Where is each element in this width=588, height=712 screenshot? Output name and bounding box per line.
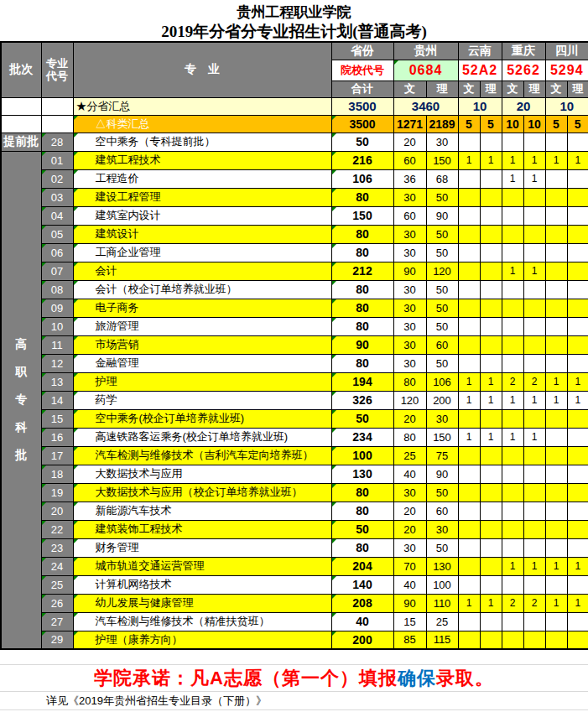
value-cell: 1 (458, 428, 480, 446)
value-cell: 50 (426, 299, 458, 317)
value-cell (545, 631, 567, 649)
header-college-code-label: 院校代号 (331, 60, 393, 81)
promise-text-blue: 确保 (398, 666, 436, 691)
value-cell (458, 188, 480, 206)
value-cell (480, 133, 502, 151)
plan-row: 07会计2129012011 (1, 262, 588, 280)
header-li: 理 (567, 81, 588, 97)
value-cell (480, 299, 502, 317)
major-name-cell: 会计（校企订单培养就业班） (73, 280, 331, 299)
value-cell (567, 225, 588, 243)
total-cell: 106 (331, 169, 393, 188)
college-code-chongqing: 5262 (502, 60, 545, 81)
value-cell (523, 409, 545, 428)
total-cell: 40 (331, 612, 393, 631)
value-cell: 90 (426, 465, 458, 483)
promise-text-red: 学院承诺：凡A志愿（第一个）填报 (94, 666, 398, 691)
total-cell: 234 (331, 428, 393, 446)
page-title: 贵州工程职业学院 2019年分省分专业招生计划(普通高考) (0, 0, 588, 41)
college-code-yunnan: 52A2 (458, 60, 502, 81)
plan-row: 提前批28空中乘务（专科提前批）502030 (1, 133, 588, 151)
summary-value-cell: 5 (567, 115, 588, 133)
plan-row: 26幼儿发展与健康管理20890110112211 (1, 594, 588, 612)
plan-row: 02工程造价106366811 (1, 169, 588, 188)
value-cell: 150 (426, 151, 458, 169)
value-cell (480, 612, 502, 631)
value-cell (480, 188, 502, 206)
value-cell: 80 (393, 428, 426, 446)
value-cell (545, 612, 567, 631)
total-cell: 208 (331, 594, 393, 612)
major-name-cell: 市场营销 (73, 335, 331, 354)
summary-total-cell: 3500 (331, 97, 393, 115)
total-cell: 212 (331, 262, 393, 280)
value-cell (567, 428, 588, 446)
major-code-cell: 18 (41, 465, 73, 483)
plan-row: 29护理（康养方向）20085115 (1, 631, 588, 649)
value-cell (458, 225, 480, 243)
value-cell (545, 502, 567, 520)
value-cell (567, 133, 588, 151)
value-cell: 1 (545, 391, 567, 409)
header-batch: 批次 (1, 42, 41, 97)
value-cell (523, 483, 545, 502)
value-cell (458, 169, 480, 188)
value-cell (502, 188, 523, 206)
value-cell (567, 262, 588, 280)
total-cell: 80 (331, 538, 393, 557)
value-cell: 1 (458, 372, 480, 391)
total-cell: 80 (331, 225, 393, 243)
value-cell: 1 (523, 391, 545, 409)
major-code-cell: 20 (41, 502, 73, 520)
value-cell (458, 502, 480, 520)
value-cell (567, 299, 588, 317)
empty-cell (1, 97, 41, 115)
value-cell (567, 575, 588, 594)
value-cell: 1 (545, 372, 567, 391)
value-cell: 1 (567, 594, 588, 612)
major-name-cell: 药学 (73, 391, 331, 409)
value-cell (502, 299, 523, 317)
value-cell (458, 206, 480, 225)
major-code-cell: 01 (41, 151, 73, 169)
value-cell: 1 (502, 151, 523, 169)
value-cell (523, 225, 545, 243)
value-cell: 1 (458, 391, 480, 409)
value-cell (480, 317, 502, 335)
header-wen: 文 (393, 81, 426, 97)
major-name-cell: 护理（康养方向） (73, 631, 331, 649)
total-cell: 150 (331, 206, 393, 225)
header-wen: 文 (502, 81, 523, 97)
value-cell (545, 243, 567, 262)
plan-row: 15空中乘务(校企订单培养就业班)502030 (1, 409, 588, 428)
value-cell (567, 483, 588, 502)
value-cell (502, 520, 523, 538)
value-cell: 25 (426, 612, 458, 631)
value-cell (502, 206, 523, 225)
total-cell: 80 (331, 280, 393, 299)
value-cell: 75 (426, 446, 458, 465)
major-name-cell: 旅游管理 (73, 317, 331, 335)
batch-cell: 高 职 专 科 批 (1, 151, 41, 649)
value-cell: 1 (502, 169, 523, 188)
value-cell (567, 520, 588, 538)
value-cell: 30 (393, 299, 426, 317)
value-cell: 200 (426, 391, 458, 409)
major-name-cell: 工商企业管理 (73, 243, 331, 262)
value-cell (480, 631, 502, 649)
value-cell (523, 575, 545, 594)
value-cell: 40 (393, 465, 426, 483)
major-name-cell: 计算机网络技术 (73, 575, 331, 594)
value-cell: 30 (393, 188, 426, 206)
value-cell: 1 (567, 557, 588, 575)
value-cell: 30 (393, 335, 426, 354)
value-cell (567, 502, 588, 520)
college-code-guizhou: 0684 (393, 60, 458, 81)
value-cell (458, 409, 480, 428)
value-cell (523, 280, 545, 299)
value-cell (567, 243, 588, 262)
value-cell (567, 631, 588, 649)
value-cell (458, 612, 480, 631)
total-cell: 90 (331, 335, 393, 354)
value-cell: 2 (502, 372, 523, 391)
